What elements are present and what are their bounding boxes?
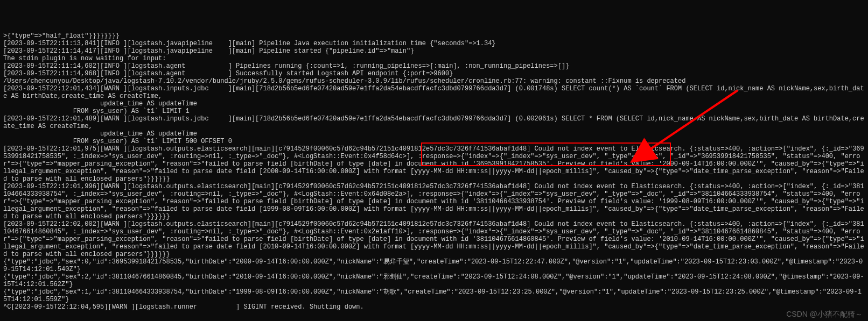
watermark: CSDN @小猪不配骑～ (786, 310, 863, 318)
log-line: ^C[2023-09-15T22:12:04,595][WARN ][logst… (3, 303, 865, 311)
log-line: [2023-09-15T22:12:02,002][WARN ][logstas… (3, 220, 865, 258)
log-line: The stdin plugin is now waiting for inpu… (3, 55, 865, 62)
log-line: [2023-09-15T22:12:01,996][WARN ][logstas… (3, 183, 865, 220)
log-line: {"type":"jdbc","sex":1,"id":381104664333… (3, 288, 865, 303)
log-line: [2023-09-15T22:11:14,417][INFO ][logstas… (3, 47, 865, 55)
log-line: FROM sys_user) AS `t1` LIMIT 1 (3, 108, 865, 115)
log-line: FROM sys_user) AS `t1` LIMIT 500 OFFSET … (3, 138, 865, 145)
log-line: [2023-09-15T22:12:01,489][WARN ][logstas… (3, 115, 865, 130)
log-line: [2023-09-15T22:11:13,841][INFO ][logstas… (3, 40, 865, 47)
log-line: update_time AS updateTime (3, 130, 865, 138)
terminal-output[interactable]: >{"type"=>"half_float"}}}}}}}}[2023-09-1… (3, 32, 865, 311)
log-line: [2023-09-15T22:12:01,975][WARN ][logstas… (3, 145, 865, 183)
log-line: [2023-09-15T22:11:14,602][INFO ][logstas… (3, 62, 865, 70)
log-line: >{"type"=>"half_float"}}}}}}}} (3, 32, 865, 40)
log-line: {"type":"jdbc","sex":0,"id":369539918421… (3, 258, 865, 273)
log-line: [2023-09-15T22:11:14,968][INFO ][logstas… (3, 70, 865, 77)
log-line: {"type":"jdbc","sex":2,"id":381104676614… (3, 273, 865, 288)
log-line: [2023-09-15T22:12:01,434][WARN ][logstas… (3, 85, 865, 100)
log-line: /Users/chencunyou/Desktop/java/logstash-… (3, 77, 865, 85)
log-line: update_time AS updateTime (3, 100, 865, 108)
